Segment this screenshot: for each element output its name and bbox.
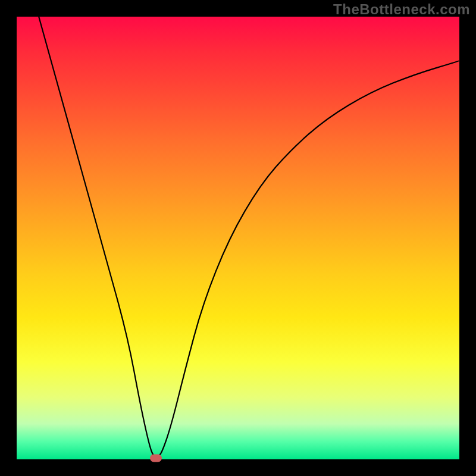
plot-area [17,17,459,459]
watermark-text: TheBottleneck.com [333,1,470,18]
optimum-marker [150,454,162,462]
chart-frame: TheBottleneck.com [0,0,476,476]
curve-path [39,17,459,457]
bottleneck-curve [17,17,459,459]
